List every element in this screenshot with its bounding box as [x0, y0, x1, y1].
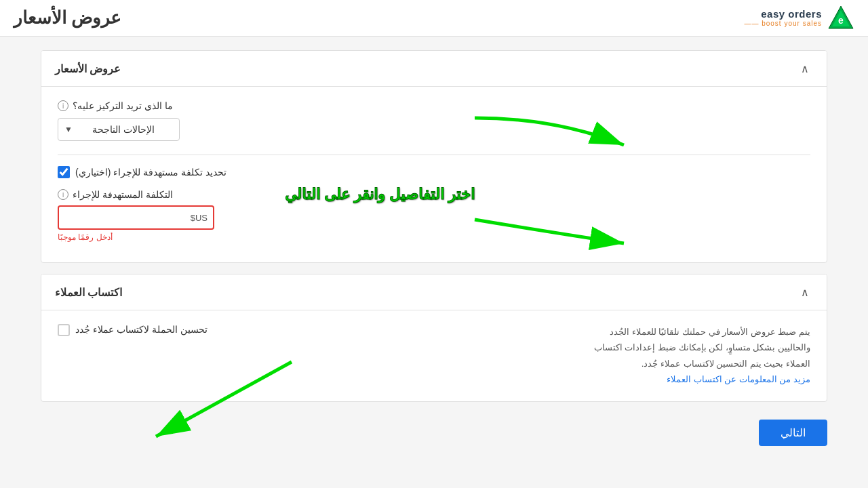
svg-text:e: e [838, 15, 844, 26]
target-cost-checkbox-row: تحديد تكلفة مستهدفة للإجراء (اختياري) [58, 166, 810, 178]
customer-description: يتم ضبط عروض الأسعار في حملتك تلقائيًا ل… [593, 324, 810, 388]
customer-checkbox-row: تحسين الحملة لاكتساب عملاء جُدد [58, 324, 208, 336]
customer-acquisition-card: ∧ اكتساب العملاء يتم ضبط عروض الأسعار في… [41, 274, 827, 402]
customer-acquisition-collapse-btn[interactable]: ∧ [797, 284, 813, 300]
target-cost-section: التكلفة المستهدفة للإجراء i US$ أدخل رقم… [58, 189, 810, 242]
customer-acquisition-card-body: يتم ضبط عروض الأسعار في حملتك تلقائيًا ل… [41, 310, 827, 401]
currency-input-wrapper: US$ [58, 205, 214, 230]
customer-acquisition-title: اكتساب العملاء [55, 286, 122, 299]
customer-acquisition-card-header: ∧ اكتساب العملاء [41, 274, 827, 310]
price-offers-collapse-btn[interactable]: ∧ [797, 60, 813, 77]
price-offers-card-body: ما الذي تريد التركيز عليه؟ i الإحالات ال… [41, 87, 827, 262]
target-cost-checkbox-label: تحديد تكلفة مستهدفة للإجراء (اختياري) [75, 167, 226, 178]
price-offers-card-header: ∧ عروض الأسعار [41, 51, 827, 87]
focus-select[interactable]: الإحالات الناجحة النقرات الظهور [58, 118, 180, 141]
price-offers-card: ∧ عروض الأسعار ما الذي تريد التركيز عليه… [41, 50, 827, 263]
customer-checkbox-label: تحسين الحملة لاكتساب عملاء جُدد [75, 324, 208, 335]
target-cost-checkbox[interactable] [58, 166, 70, 178]
target-cost-info-icon[interactable]: i [58, 189, 68, 200]
focus-info-icon[interactable]: i [58, 100, 68, 111]
customer-acquisition-checkbox[interactable] [58, 324, 70, 336]
main-content: ∧ عروض الأسعار ما الذي تريد التركيز عليه… [0, 37, 868, 460]
focus-form-group: ما الذي تريد التركيز عليه؟ i الإحالات ال… [58, 100, 810, 141]
more-info-link1[interactable]: مزيد من [779, 374, 810, 384]
error-message: أدخل رقمًا موجبًا [58, 232, 113, 242]
focus-select-wrapper: الإحالات الناجحة النقرات الظهور ▼ [58, 118, 180, 141]
logo-tagline: boost your sales —— [744, 20, 822, 27]
logo-text: easy orders boost your sales —— [744, 9, 822, 28]
price-offers-title: عروض الأسعار [55, 62, 121, 75]
next-button[interactable]: التالي [759, 420, 827, 446]
logo-area: e easy orders boost your sales —— [744, 5, 854, 32]
header: e easy orders boost your sales —— عروض ا… [0, 0, 868, 37]
logo-brand-name: easy orders [744, 9, 822, 20]
logo-icon: e [827, 5, 854, 32]
target-cost-label: التكلفة المستهدفة للإجراء i [58, 189, 173, 200]
focus-label: ما الذي تريد التركيز عليه؟ i [58, 100, 810, 111]
target-cost-input[interactable] [58, 205, 214, 230]
more-info-link2[interactable]: المعلومات عن اكتساب العملاء [667, 374, 777, 384]
page-title: عروض الأسعار [14, 7, 121, 28]
